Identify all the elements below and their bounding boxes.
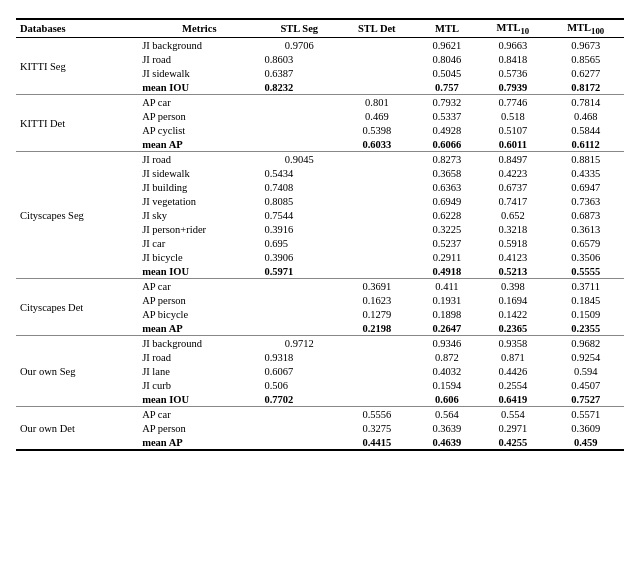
section-name-5: Our own Det [16, 407, 138, 451]
metric-label: AP person [138, 293, 260, 307]
value-mtl100: 0.3613 [547, 222, 624, 236]
value-stl_det: 0.3691 [338, 279, 416, 294]
value-mtl10: 0.5107 [478, 123, 547, 137]
value-mtl: 0.3225 [416, 222, 479, 236]
value-mtl10: 0.5918 [478, 236, 547, 250]
value-mtl100: 0.6873 [547, 208, 624, 222]
value-mtl10: 0.9663 [478, 38, 547, 53]
value-mtl: 0.8273 [416, 152, 479, 167]
value-mtl: 0.564 [416, 407, 479, 422]
value-mtl10: 0.2365 [478, 321, 547, 336]
metric-label: JI curb [138, 378, 260, 392]
value-mtl: 0.6066 [416, 137, 479, 152]
metric-label: AP bicycle [138, 307, 260, 321]
metric-label: JI bicycle [138, 250, 260, 264]
value-mtl10: 0.6011 [478, 137, 547, 152]
section-name-0: KITTI Seg [16, 38, 138, 95]
value-mtl100: 0.459 [547, 435, 624, 450]
value-stl_seg: 0.9706 [260, 38, 338, 53]
section-name-1: KITTI Det [16, 95, 138, 152]
value-mtl100: 0.6277 [547, 66, 624, 80]
value-mtl: 0.4928 [416, 123, 479, 137]
value-mtl10: 0.4123 [478, 250, 547, 264]
value-stl_det [338, 392, 416, 407]
metric-label: JI road [138, 152, 260, 167]
section-name-4: Our own Seg [16, 336, 138, 407]
value-stl_seg [260, 123, 338, 137]
value-mtl: 0.4639 [416, 435, 479, 450]
table-row: KITTI DetAP car0.8010.79320.77460.7814 [16, 95, 624, 110]
value-mtl: 0.411 [416, 279, 479, 294]
value-mtl10: 0.7939 [478, 80, 547, 95]
value-stl_det [338, 336, 416, 351]
value-mtl100: 0.3506 [547, 250, 624, 264]
value-stl_det [338, 378, 416, 392]
value-stl_det: 0.5556 [338, 407, 416, 422]
value-mtl100: 0.594 [547, 364, 624, 378]
value-stl_seg: 0.3916 [260, 222, 338, 236]
value-stl_seg: 0.3906 [260, 250, 338, 264]
value-stl_det: 0.2198 [338, 321, 416, 336]
section-name-2: Cityscapes Seg [16, 152, 138, 279]
metric-label: JI background [138, 336, 260, 351]
value-stl_seg: 0.506 [260, 378, 338, 392]
value-mtl100: 0.8815 [547, 152, 624, 167]
value-mtl: 0.6228 [416, 208, 479, 222]
value-stl_det: 0.801 [338, 95, 416, 110]
value-stl_det [338, 208, 416, 222]
value-stl_seg [260, 279, 338, 294]
metric-label: AP cyclist [138, 123, 260, 137]
value-mtl: 0.757 [416, 80, 479, 95]
value-mtl100: 0.3711 [547, 279, 624, 294]
value-stl_det [338, 250, 416, 264]
value-mtl100: 0.9254 [547, 350, 624, 364]
section-name-3: Cityscapes Det [16, 279, 138, 336]
value-mtl100: 0.7527 [547, 392, 624, 407]
value-mtl100: 0.8565 [547, 52, 624, 66]
value-mtl10: 0.7746 [478, 95, 547, 110]
metric-label: mean AP [138, 321, 260, 336]
value-mtl100: 0.9673 [547, 38, 624, 53]
value-mtl10: 0.8418 [478, 52, 547, 66]
value-stl_seg [260, 137, 338, 152]
value-mtl: 0.606 [416, 392, 479, 407]
value-mtl: 0.2647 [416, 321, 479, 336]
value-mtl10: 0.4223 [478, 166, 547, 180]
value-stl_seg: 0.9045 [260, 152, 338, 167]
value-mtl: 0.4918 [416, 264, 479, 279]
value-stl_det [338, 264, 416, 279]
value-stl_det [338, 350, 416, 364]
value-mtl: 0.5237 [416, 236, 479, 250]
metric-label: AP car [138, 279, 260, 294]
col-stl-det: STL Det [338, 19, 416, 38]
value-mtl100: 0.9682 [547, 336, 624, 351]
value-stl_seg: 0.695 [260, 236, 338, 250]
value-stl_det [338, 38, 416, 53]
value-stl_det [338, 364, 416, 378]
value-mtl10: 0.2554 [478, 378, 547, 392]
value-stl_det: 0.1279 [338, 307, 416, 321]
value-stl_det [338, 80, 416, 95]
value-stl_seg: 0.7544 [260, 208, 338, 222]
value-mtl: 0.3658 [416, 166, 479, 180]
value-stl_det: 0.3275 [338, 421, 416, 435]
table-row: Our own DetAP car0.55560.5640.5540.5571 [16, 407, 624, 422]
table-row: Cityscapes SegJI road0.90450.82730.84970… [16, 152, 624, 167]
col-databases: Databases [16, 19, 138, 38]
metric-label: JI sidewalk [138, 166, 260, 180]
value-mtl100: 0.2355 [547, 321, 624, 336]
value-mtl100: 0.4335 [547, 166, 624, 180]
metric-label: JI building [138, 180, 260, 194]
value-stl_seg [260, 435, 338, 450]
value-mtl10: 0.8497 [478, 152, 547, 167]
metric-label: mean AP [138, 137, 260, 152]
table-row: KITTI SegJI background0.97060.96210.9663… [16, 38, 624, 53]
value-stl_seg: 0.6387 [260, 66, 338, 80]
value-mtl100: 0.1845 [547, 293, 624, 307]
value-stl_det: 0.6033 [338, 137, 416, 152]
value-mtl: 0.6949 [416, 194, 479, 208]
value-mtl: 0.2911 [416, 250, 479, 264]
value-stl_seg: 0.5434 [260, 166, 338, 180]
value-mtl10: 0.5213 [478, 264, 547, 279]
value-mtl: 0.6363 [416, 180, 479, 194]
